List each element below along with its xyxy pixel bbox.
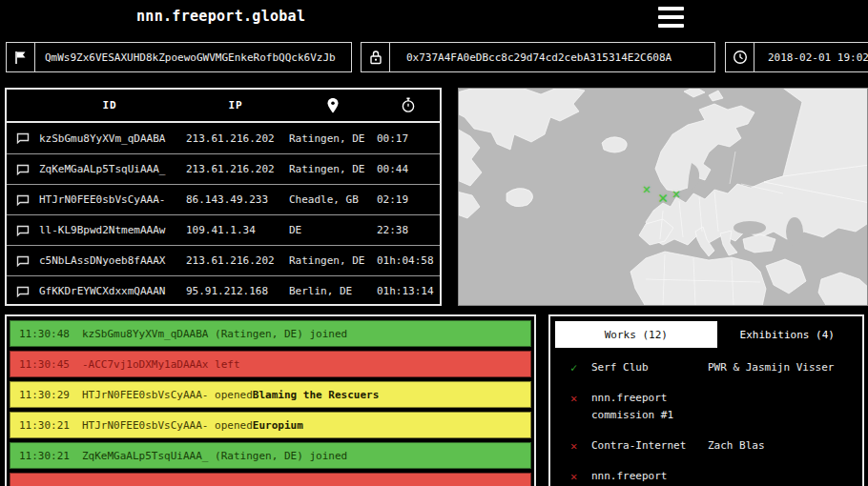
log-timestamp: 11:30:48 [19,328,82,340]
ipfs-hash-value: QmWs9Zx6VESAXUHD8kZpoewoGWVMGEnkeRofbQQc… [35,43,336,71]
peer-duration: 01h:13:14 [377,285,440,297]
datetime-field[interactable]: 2018-02-01 19:02 [725,42,868,72]
chat-bubble-icon[interactable] [16,255,30,267]
clock-icon [726,43,754,71]
datetime-value: 2018-02-01 19:02 [754,43,868,71]
lock-icon [362,43,390,71]
tab-exhibitions[interactable]: Exhibitions (4) [717,321,858,348]
work-title-line2: commission #1 [591,407,708,424]
hamburger-bar [658,7,684,10]
table-row[interactable]: ll-KL9Bpwd2NtmemAAAw 109.41.1.34 DE 22:3… [7,214,440,245]
peer-ip: 213.61.216.202 [180,132,285,145]
peer-duration: 00:17 [377,132,440,145]
peer-ip: 213.61.216.202 [180,254,285,267]
log-row: 11:30:21 ZqKeMGaALp5TsqUiAAA_ (Ratingen,… [10,442,531,469]
work-artist: PWR & Jasmijn Visser [708,359,858,376]
log-work-title: Europium [253,419,303,432]
cross-icon [570,390,591,424]
hamburger-bar [658,24,684,28]
log-message: -ACC7vj1oDXMy1aDAAAx left [82,358,240,371]
work-title: nnn.freeport [591,470,667,482]
location-pin-icon [327,98,339,113]
chat-bubble-icon[interactable] [16,164,30,175]
location-column-header [285,98,377,113]
tab-works[interactable]: Works (12) [555,321,717,348]
work-title: nnn.freeport [591,392,667,404]
work-artist [708,468,858,485]
table-row[interactable]: c5NbLAssDNyoeb8fAAAX 213.61.216.202 Rati… [7,245,440,275]
work-title: Serf Club [591,361,649,374]
peer-id: GfKKDrEYWCXdxxmQAAAN [39,285,180,297]
peer-duration: 00:44 [377,163,440,175]
peers-table-header: ID IP [7,90,440,123]
contract-address-field[interactable]: 0x737A4FA0eDBcc8c29d74cd2cebA315314E2C60… [361,42,715,72]
ip-column-header: IP [180,99,285,111]
map-marker-icon[interactable]: ✕ [643,182,651,195]
log-row: 11:30:48 kzSbGmu8YyXVm_qDAABA (Ratingen,… [10,320,531,347]
chat-bubble-icon[interactable] [16,132,30,144]
log-message: ZqKeMGaALp5TsqUiAAA_ (Ratingen, DE) join… [82,450,347,462]
peer-ip: 95.91.212.168 [180,285,285,297]
peer-duration: 22:38 [377,224,440,236]
log-row: 11:30:21 HTJrN0FEE0sbVsCyAAA- opened Eur… [10,412,531,438]
peer-ip: 109.41.1.34 [180,224,285,236]
peer-location: Ratingen, DE [285,254,377,267]
chat-bubble-icon[interactable] [16,286,30,297]
peer-ip: 86.143.49.233 [180,193,285,206]
work-artist [708,390,858,424]
log-row: 11:30:45 -ACC7vj1oDXMy1aDAAAx left [10,351,531,377]
log-message: HTJrN0FEE0sbVsCyAAA- opened [82,389,253,401]
table-row[interactable]: kzSbGmu8YyXVm_qDAABA 213.61.216.202 Rati… [7,123,440,153]
works-panel: Works (12) Exhibitions (4) Serf Club PWR… [548,314,864,486]
list-item[interactable]: Serf Club PWR & Jasmijn Visser [555,359,858,376]
log-work-title: Blaming the Rescuers [253,389,379,401]
peer-location: Ratingen, DE [285,132,377,145]
menu-hamburger-icon[interactable] [658,7,684,28]
duration-column-header [377,97,440,113]
page-title: nnn.freeport.global [136,8,305,25]
table-row[interactable]: HTJrN0FEE0sbVsCyAAA- 86.143.49.233 Chead… [7,184,440,214]
works-list: Serf Club PWR & Jasmijn Visser nnn.freep… [555,359,858,485]
check-icon [570,359,591,376]
peer-location: Berlin, DE [285,285,377,297]
peer-location: Ratingen, DE [285,163,377,175]
work-title: Contra-Internet [591,439,686,452]
list-item[interactable]: Contra-Internet Zach Blas [555,437,858,455]
flag-icon [7,43,35,71]
peer-ip: 213.61.216.202 [180,163,285,175]
log-message: kzSbGmu8YyXVm_qDAABA (Ratingen, DE) join… [82,328,347,340]
works-tabs: Works (12) Exhibitions (4) [555,321,858,348]
work-artist: Zach Blas [708,437,858,455]
cross-icon [570,437,591,455]
table-row[interactable]: GfKKDrEYWCXdxxmQAAAN 95.91.212.168 Berli… [7,275,440,306]
map-panel[interactable]: ✕✕✕ [458,88,868,306]
chat-bubble-icon[interactable] [16,194,30,206]
peer-id: c5NbLAssDNyoeb8fAAAX [39,254,180,267]
cross-icon [570,468,591,485]
hamburger-bar [658,15,684,19]
log-row: 11:30:29 HTJrN0FEE0sbVsCyAAA- opened Bla… [10,381,531,408]
peer-id: HTJrN0FEE0sbVsCyAAA- [39,193,180,206]
log-timestamp: 11:30:45 [19,358,82,371]
table-row[interactable]: ZqKeMGaALp5TsqUiAAA_ 213.61.216.202 Rati… [7,153,440,184]
contract-address-value: 0x737A4FA0eDBcc8c29d74cd2cebA315314E2C60… [390,43,672,71]
peer-duration: 01h:04:58 [377,254,440,267]
peer-id: ZqKeMGaALp5TsqUiAAA_ [39,163,180,175]
ipfs-hash-field[interactable]: QmWs9Zx6VESAXUHD8kZpoewoGWVMGEnkeRofbQQc… [6,42,352,72]
list-item[interactable]: nnn.freeport [555,468,858,485]
map-marker-icon[interactable]: ✕ [658,190,668,206]
log-timestamp: 11:30:21 [19,450,82,462]
list-item[interactable]: nnn.freeportcommission #1 [555,390,858,424]
map-marker-icon[interactable]: ✕ [672,187,680,200]
log-message: HTJrN0FEE0sbVsCyAAA- opened [82,419,253,432]
event-log: 11:30:48 kzSbGmu8YyXVm_qDAABA (Ratingen,… [5,314,536,486]
peer-id: ll-KL9Bpwd2NtmemAAAw [39,224,180,236]
log-row [10,473,531,486]
peer-duration: 02:19 [377,193,440,206]
chat-bubble-icon[interactable] [16,225,30,236]
peer-id: kzSbGmu8YyXVm_qDAABA [39,132,180,145]
peer-location: DE [285,224,377,236]
peer-location: Cheadle, GB [285,193,377,206]
log-timestamp: 11:30:29 [19,389,82,401]
log-timestamp: 11:30:21 [19,419,82,432]
